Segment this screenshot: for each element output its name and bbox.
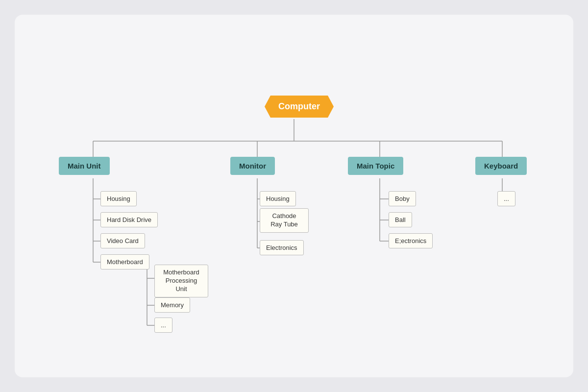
leaf-memory[interactable]: Memory: [154, 297, 190, 313]
leaf-motherboard[interactable]: Motherboard: [100, 254, 149, 270]
leaf-videocard[interactable]: Video Card: [100, 233, 145, 248]
leaf-cathode-ray-tube[interactable]: Cathode Ray Tube: [260, 208, 309, 233]
leaf-electronics-topic[interactable]: E;ectronics: [389, 233, 433, 248]
leaf-electronics-monitor[interactable]: Electronics: [260, 240, 304, 255]
category-monitor[interactable]: Monitor: [230, 157, 275, 175]
leaf-keyboard-more[interactable]: ...: [497, 191, 515, 206]
diagram-canvas: Computer Main Unit Monitor Main Topic Ke…: [15, 15, 573, 377]
leaf-harddisk[interactable]: Hard Disk Drive: [100, 212, 158, 227]
root-node[interactable]: Computer: [265, 96, 334, 118]
category-main-unit[interactable]: Main Unit: [59, 157, 110, 175]
leaf-mpu[interactable]: Motherboard Processing Unit: [154, 265, 208, 297]
category-main-topic[interactable]: Main Topic: [348, 157, 403, 175]
leaf-ball[interactable]: Ball: [389, 212, 412, 227]
category-keyboard[interactable]: Keyboard: [475, 157, 527, 175]
leaf-motherboard-more[interactable]: ...: [154, 318, 172, 333]
leaf-housing-mainunit[interactable]: Housing: [100, 191, 137, 206]
leaf-boby[interactable]: Boby: [389, 191, 416, 206]
leaf-housing-monitor[interactable]: Housing: [260, 191, 296, 206]
